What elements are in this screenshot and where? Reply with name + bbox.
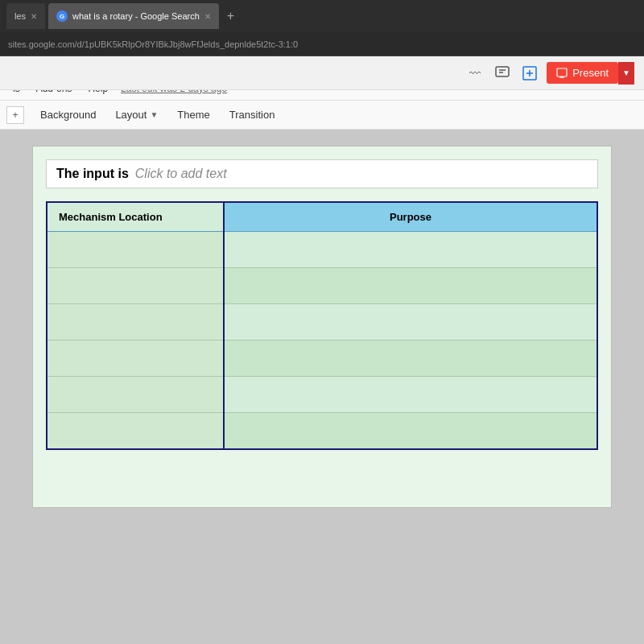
browser-chrome: les ✕ G what is a rotary - Google Search…: [0, 0, 644, 32]
address-bar[interactable]: sites.google.com/d/1pUBK5kRlpOr8YIBkJbj8…: [0, 32, 644, 56]
table-row[interactable]: [47, 341, 597, 377]
mechanism-cell-3[interactable]: [47, 341, 224, 377]
purpose-cell-4[interactable]: [224, 377, 597, 413]
table-header-row: Mechanism Location Purpose: [47, 202, 597, 232]
mechanism-cell-1[interactable]: [47, 268, 224, 304]
theme-label: Theme: [177, 109, 209, 121]
browser-tab-2[interactable]: G what is a rotary - Google Search ✕: [48, 3, 219, 29]
browser-tab-1[interactable]: les ✕: [6, 3, 45, 29]
mechanism-cell-2[interactable]: [47, 304, 224, 341]
purpose-cell-3[interactable]: [224, 341, 597, 377]
purpose-cell-1[interactable]: [224, 268, 597, 304]
table-row[interactable]: [47, 377, 597, 413]
add-slide-icon[interactable]: [521, 64, 539, 82]
slide-area: The input is Click to add text Mechanism…: [0, 130, 644, 644]
purpose-cell-2[interactable]: [224, 304, 597, 341]
tab2-close-icon[interactable]: ✕: [204, 12, 211, 21]
present-dropdown-button[interactable]: ▼: [618, 62, 634, 85]
slide-title-area[interactable]: The input is Click to add text: [46, 159, 598, 188]
table-row[interactable]: [47, 268, 597, 304]
app-toolbar: 〰: [0, 56, 644, 90]
top-bar: les ✕ G what is a rotary - Google Search…: [0, 0, 644, 76]
col-header-mechanism: Mechanism Location: [47, 202, 224, 232]
table-body: [47, 232, 597, 449]
col-header-purpose: Purpose: [224, 202, 597, 232]
data-table: Mechanism Location Purpose: [46, 201, 598, 450]
svg-rect-0: [496, 67, 509, 76]
mechanism-cell-5[interactable]: [47, 413, 224, 449]
tab2-label: what is a rotary - Google Search: [72, 11, 200, 21]
theme-button[interactable]: Theme: [169, 105, 217, 125]
tab1-label: les: [14, 11, 26, 21]
transition-label: Transition: [229, 109, 275, 121]
slide-title-placeholder[interactable]: Click to add text: [135, 167, 227, 181]
comment-icon[interactable]: [493, 64, 511, 82]
present-label: Present: [572, 67, 609, 79]
address-text: sites.google.com/d/1pUBK5kRlpOr8YIBkJbj8…: [8, 39, 298, 49]
mechanism-cell-4[interactable]: [47, 377, 224, 413]
layout-label: Layout: [115, 109, 147, 121]
tab1-close-icon[interactable]: ✕: [31, 12, 37, 21]
background-button[interactable]: Background: [32, 105, 104, 125]
purpose-cell-0[interactable]: [224, 232, 597, 268]
layout-chevron-icon: ▼: [150, 110, 158, 119]
slide-toolbar: + Background Layout ▼ Theme Transition: [0, 101, 644, 130]
table-row[interactable]: [47, 413, 597, 449]
transition-button[interactable]: Transition: [221, 105, 283, 125]
slide-content: The input is Click to add text Mechanism…: [32, 146, 612, 508]
toolbar-expand-button[interactable]: +: [6, 106, 24, 124]
table-row[interactable]: [47, 304, 597, 341]
table-row[interactable]: [47, 232, 597, 268]
tab-strip: les ✕ G what is a rotary - Google Search…: [6, 3, 638, 29]
toolbar-icons: 〰: [466, 64, 539, 82]
tab2-favicon: G: [56, 10, 68, 22]
new-tab-button[interactable]: +: [222, 9, 239, 23]
main-layout: les ✕ G what is a rotary - Google Search…: [0, 0, 644, 644]
svg-rect-6: [557, 68, 567, 76]
present-button[interactable]: Present: [547, 62, 618, 84]
mechanism-cell-0[interactable]: [47, 232, 224, 268]
slide-title-prefix: The input is: [56, 167, 129, 181]
activity-icon[interactable]: 〰: [466, 64, 484, 82]
background-label: Background: [40, 109, 96, 121]
layout-button[interactable]: Layout ▼: [107, 105, 166, 125]
purpose-cell-5[interactable]: [224, 413, 597, 449]
